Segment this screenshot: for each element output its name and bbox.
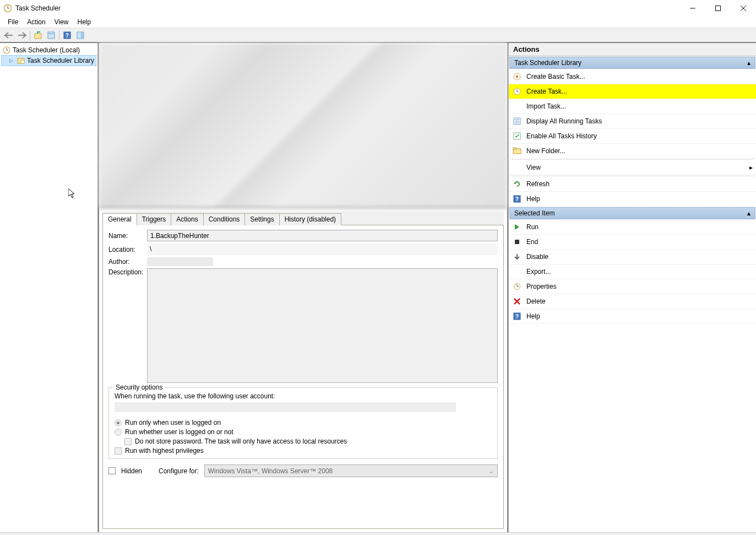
action-run[interactable]: Run [509,220,756,235]
show-hide-button[interactable] [74,29,87,41]
play-icon [512,222,522,232]
action-create-basic-task[interactable]: Create Basic Task... [509,69,756,84]
menu-help[interactable]: Help [73,17,96,27]
actions-pane: Actions Task Scheduler Library ▴ Create … [508,43,756,532]
back-button[interactable] [2,29,15,41]
action-export[interactable]: Export... [509,264,756,279]
tab-conditions[interactable]: Conditions [203,213,246,225]
description-field[interactable] [147,268,498,383]
action-delete[interactable]: Delete [509,294,756,309]
tab-triggers[interactable]: Triggers [137,213,172,225]
action-end-label: End [526,238,538,246]
properties-button[interactable] [45,29,58,41]
checkbox-highest [115,447,122,455]
refresh-icon [512,179,522,189]
svg-rect-13 [81,32,84,39]
action-import-label: Import Task... [526,102,566,110]
actions-section-selected[interactable]: Selected Item ▴ [509,207,755,219]
maximize-button[interactable] [705,0,731,17]
action-create-basic-label: Create Basic Task... [526,73,585,80]
action-help-2-label: Help [526,312,540,320]
window-controls [680,0,756,17]
tab-body-general: Name: 1.BackupTheHunter Location: \ Auth… [102,225,504,529]
forward-button[interactable] [15,29,29,41]
radio-run-only [115,419,122,426]
opt-run-whether-label: Run whether user is logged on or not [125,428,233,436]
action-help-1[interactable]: ? Help [509,192,756,207]
actions-section-library-label: Task Scheduler Library [514,59,581,67]
action-display-running[interactable]: Display All Running Tasks [509,114,756,129]
chevron-down-icon: ⌄ [488,467,494,475]
opt-run-only-label: Run only when user is logged on [125,419,221,426]
tab-settings[interactable]: Settings [244,213,279,225]
action-import-task[interactable]: Import Task... [509,99,756,114]
menu-view[interactable]: View [50,17,73,27]
up-button[interactable] [31,29,45,41]
actions-header: Actions [509,43,756,56]
action-disable[interactable]: Disable [509,250,756,264]
security-text: When running the task, use the following… [115,392,492,400]
tree-expander-icon[interactable]: ▷ [9,58,15,63]
minimize-button[interactable] [680,0,705,17]
actions-section-selected-label: Selected Item [514,209,554,217]
action-properties[interactable]: Properties [509,279,756,294]
tree-library-label: Task Scheduler Library [27,57,94,64]
action-new-folder[interactable]: New Folder... [509,144,756,159]
stop-icon [512,237,522,247]
action-refresh[interactable]: Refresh [509,177,756,192]
help-button[interactable]: ? [61,29,74,41]
menubar: File Action View Help [0,17,756,28]
delete-icon [512,296,522,306]
configure-for-combo[interactable]: Windows Vista™, Windows Server™ 2008 ⌄ [204,464,498,477]
svg-rect-30 [513,148,516,149]
opt-no-store-label: Do not store password. The task will onl… [135,437,347,445]
tree-root[interactable]: Task Scheduler (Local) [1,45,96,55]
action-sep-2 [511,176,754,176]
action-create-task[interactable]: Create Task... [509,84,756,99]
configure-for-value: Windows Vista™, Windows Server™ 2008 [208,467,333,475]
clock-icon [2,46,11,55]
tree-root-label: Task Scheduler (Local) [13,46,80,54]
tree-library[interactable]: ▷ Task Scheduler Library [1,55,96,66]
toolbar-sep-2 [59,30,59,40]
svg-rect-8 [48,32,55,39]
toolbar-sep [30,30,30,40]
main-area: Task Scheduler (Local) ▷ Task Scheduler … [0,42,756,532]
name-field[interactable]: 1.BackupTheHunter [147,230,498,241]
security-options-group: Security options When running the task, … [108,387,498,459]
tab-history[interactable]: History (disabled) [279,213,341,225]
actions-section-library[interactable]: Task Scheduler Library ▴ [509,57,755,69]
titlebar: Task Scheduler [0,0,756,17]
menu-action[interactable]: Action [23,17,50,27]
toolbar: ? [0,28,756,42]
action-sep-1 [511,159,754,160]
svg-text:?: ? [515,314,519,320]
action-help-1-label: Help [526,195,540,203]
checkbox-hidden[interactable] [108,467,116,474]
svg-text:?: ? [515,196,519,202]
wizard-icon [512,72,522,82]
close-button[interactable] [731,0,756,17]
history-icon [512,131,522,141]
menu-file[interactable]: File [3,17,23,27]
label-author: Author: [108,258,147,266]
author-redacted [147,257,213,266]
configure-for-label: Configure for: [159,467,199,475]
action-enable-history-label: Enable All Tasks History [526,132,597,140]
user-account-redacted [115,402,456,412]
tab-actions[interactable]: Actions [171,213,203,225]
radio-run-whether [115,429,122,436]
tab-general[interactable]: General [102,213,137,225]
properties-icon [512,282,522,291]
submenu-arrow-icon: ▸ [749,164,753,171]
action-end[interactable]: End [509,235,756,250]
svg-rect-7 [35,34,41,39]
help-icon: ? [512,311,522,321]
action-help-2[interactable]: ? Help [509,309,756,324]
checkbox-no-store [124,438,132,445]
action-view-label: View [526,164,541,171]
action-enable-history[interactable]: Enable All Tasks History [509,129,756,144]
collapse-icon: ▴ [747,59,750,67]
label-location: Location: [108,246,147,253]
action-view[interactable]: View ▸ [509,160,756,175]
